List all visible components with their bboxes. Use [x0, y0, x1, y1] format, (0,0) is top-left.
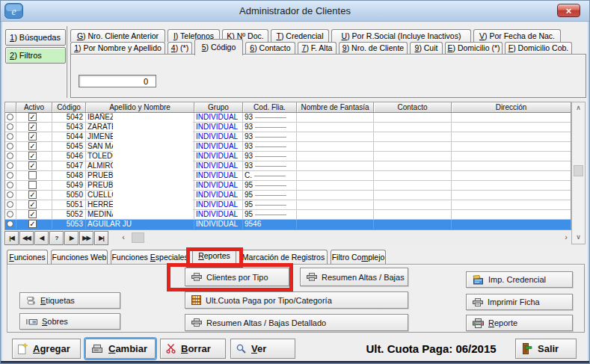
activo-checkbox[interactable]: ✓: [28, 210, 37, 218]
row-radio[interactable]: [7, 191, 13, 198]
nav-next-button[interactable]: ▶: [64, 231, 79, 245]
table-row-5047[interactable]: ✓5047ALMIRON CINDIVIDUAL93: [5, 161, 571, 171]
activo-checkbox[interactable]: ✓: [28, 113, 37, 121]
row-radio[interactable]: [7, 143, 13, 149]
clientes-por-tipo-button[interactable]: Clientes por Tipo: [185, 268, 289, 286]
sidebar-tab-1-busquedas[interactable]: 1) Búsquedas: [5, 29, 66, 46]
row-radio[interactable]: [7, 162, 13, 169]
table-row-5045[interactable]: ✓5045SAN MARTINDIVIDUAL93: [5, 142, 571, 152]
column-header-codigo[interactable]: Código: [52, 102, 86, 112]
activo-checkbox[interactable]: ✓: [28, 200, 37, 209]
vertical-scroll-thumb[interactable]: [574, 165, 583, 176]
tab-e-domicilio[interactable]: E) Domicilio (*): [445, 42, 503, 54]
cambiar-button[interactable]: Cambiar: [85, 339, 156, 359]
sidebar-tab-2-filtros[interactable]: 2) Filtros: [5, 47, 66, 64]
door-exit-icon: [521, 343, 532, 354]
ver-button[interactable]: Ver: [230, 339, 295, 359]
tab-1-por-nombre-y-apellido[interactable]: 1) Por Nombre y Apellido: [70, 42, 165, 54]
activo-checkbox[interactable]: ✓: [28, 152, 37, 160]
close-button[interactable]: ×: [557, 4, 580, 17]
table-row-5049[interactable]: 5049PREUBAINDIVIDUAL95: [5, 181, 571, 191]
sobres-button[interactable]: Sobres: [19, 313, 120, 330]
column-header-direccion[interactable]: Dirección: [452, 102, 571, 112]
borrar-button[interactable]: Borrar: [160, 339, 226, 359]
scroll-up-icon[interactable]: ∧: [573, 103, 584, 114]
tab-filtro-complejo[interactable]: Filtro Complejo: [331, 250, 386, 264]
column-header-cod-flia[interactable]: Cod. Flia.: [243, 102, 297, 112]
table-row-5044[interactable]: ✓5044JIMENEZ MINDIVIDUAL93: [5, 132, 571, 142]
codigo-filter-panel: [70, 54, 586, 98]
table-row-5050[interactable]: ✓5050CUELLO ENINDIVIDUAL95: [5, 191, 571, 200]
tab-funciones[interactable]: Funciones: [7, 250, 48, 264]
tab-6-contacto[interactable]: 6) Contacto: [245, 42, 295, 54]
table-row-5051[interactable]: ✓5051HERRERAINDIVIDUAL95: [5, 200, 571, 210]
horizontal-scrollbar[interactable]: ‹ ›: [108, 231, 571, 244]
tab-t-credencial[interactable]: T) Credencial: [271, 29, 329, 42]
row-radio[interactable]: [7, 220, 13, 227]
window-title: Administrador de Clientes: [1, 5, 589, 16]
activo-checkbox[interactable]: ✓: [28, 142, 37, 150]
scroll-right-icon[interactable]: ›: [560, 232, 572, 243]
row-radio[interactable]: [7, 133, 13, 140]
salir-button[interactable]: Salir: [515, 339, 577, 359]
row-radio[interactable]: [7, 172, 13, 179]
activo-checkbox[interactable]: ✓: [28, 132, 37, 141]
resumen-altas-bajas-button[interactable]: Resumen Altas / Bajas: [300, 268, 408, 286]
tab-7-f-alta[interactable]: 7) F. Alta: [298, 42, 337, 54]
nav-fast-next-button[interactable]: ▶▶: [79, 231, 93, 245]
nav-prev-button[interactable]: ◀: [34, 231, 49, 245]
table-row-5052[interactable]: ✓5052MEDINA MAINDIVIDUAL95: [5, 210, 571, 220]
table-row-5048[interactable]: 5048PRUEBA CAINDIVIDUALC.: [5, 171, 571, 181]
table-row-5043[interactable]: ✓5043ZARATE AMINDIVIDUAL93: [5, 123, 571, 132]
row-radio[interactable]: [7, 114, 13, 120]
ult-cuota-paga-por-tipo-categoria-button[interactable]: Ult.Cuota Paga por Tipo/Categoría: [185, 291, 408, 309]
column-header-apellido-y-nombre[interactable]: Apellido y Nombre: [86, 102, 194, 112]
activo-checkbox[interactable]: [28, 181, 37, 189]
activo-checkbox[interactable]: ✓: [28, 220, 37, 228]
codigo-filter-input[interactable]: [79, 75, 156, 87]
table-row-5046[interactable]: ✓5046TOLEDO M.INDIVIDUAL93: [5, 152, 571, 161]
nav-search-button[interactable]: ?: [49, 231, 64, 245]
activo-checkbox[interactable]: ✓: [28, 123, 37, 131]
tab-reportes[interactable]: Reportes: [192, 247, 236, 265]
etiquetas-button[interactable]: Etiquetas: [19, 292, 120, 309]
row-radio[interactable]: [7, 123, 13, 130]
table-row-5042[interactable]: ✓5042IBAÑEZ ANINDIVIDUAL93: [5, 113, 571, 123]
resumen-altas-bajas-detallado-button[interactable]: Resumen Altas / Bajas Detallado: [185, 314, 408, 331]
row-radio[interactable]: [7, 201, 13, 208]
horizontal-scroll-thumb[interactable]: [132, 232, 144, 243]
vertical-scrollbar[interactable]: ∧ ∨: [571, 102, 586, 244]
scroll-left-icon[interactable]: ‹: [117, 232, 129, 243]
tab-u-por-r-social-incluye-inactivos[interactable]: U) Por R.Social (Incluye Inactivos): [331, 29, 471, 42]
nav-fast-prev-button[interactable]: ◀◀: [19, 231, 34, 245]
tab-5-codigo[interactable]: 5) Código: [194, 39, 243, 55]
imprimir-ficha-button[interactable]: Imprimir Ficha: [466, 294, 573, 310]
tab-9-cuit[interactable]: 9) Cuit: [410, 42, 443, 54]
reporte-button[interactable]: Reporte: [466, 315, 573, 331]
tab-4[interactable]: 4) (*): [168, 42, 192, 54]
nav-first-button[interactable]: |◀: [4, 231, 19, 245]
column-header-activo[interactable]: Activo: [16, 102, 52, 112]
scroll-down-icon[interactable]: ∨: [573, 232, 584, 243]
activo-checkbox[interactable]: ✓: [28, 161, 37, 170]
row-radio[interactable]: [7, 182, 13, 188]
tab-marcacion-de-registros[interactable]: Marcación de Registros: [239, 250, 328, 264]
table-row-5053[interactable]: ✓5053AGUILAR JUINDIVIDUAL9546: [5, 220, 571, 229]
row-radio[interactable]: [7, 211, 13, 218]
tab-funciones-web[interactable]: Funciones Web: [51, 250, 108, 264]
tab-v-por-fecha-de-nac[interactable]: V) Por Fecha de Nac.: [473, 29, 561, 42]
nav-last-button[interactable]: ▶|: [94, 231, 108, 245]
imp-credencial-button[interactable]: Imp. Credencial: [466, 271, 573, 288]
tab-funciones-especiales[interactable]: Funciones Especiales: [111, 250, 189, 264]
tab-9-nro-de-cliente[interactable]: 9) Nro. de Cliente: [339, 42, 408, 54]
tab-g-nro-cliente-anterior[interactable]: G) Nro. Cliente Anterior: [70, 29, 165, 42]
activo-checkbox[interactable]: [28, 171, 37, 179]
row-radio[interactable]: [7, 152, 13, 159]
column-header-select[interactable]: [5, 102, 16, 112]
tab-f-domicilio-cob[interactable]: F) Domicilio Cob.: [505, 42, 572, 54]
agregar-button[interactable]: Agregar: [12, 339, 81, 359]
column-header-grupo[interactable]: Grupo: [194, 102, 243, 112]
activo-checkbox[interactable]: ✓: [28, 191, 37, 199]
column-header-nombre-de-fantasia[interactable]: Nombre de Fantasía: [297, 102, 374, 112]
column-header-contacto[interactable]: Contacto: [374, 102, 452, 112]
